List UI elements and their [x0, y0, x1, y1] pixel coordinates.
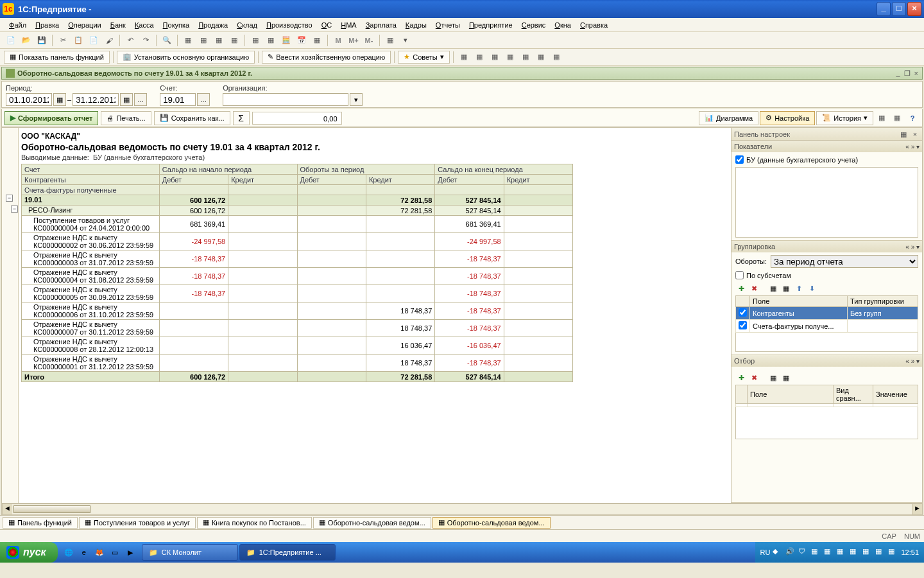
table-row[interactable]: Отражение НДС к вычету КС000000007 от 30…	[22, 320, 573, 337]
grouping-row[interactable]: Счета-фактуры получе...	[736, 320, 918, 333]
form-report-button[interactable]: ▶Сформировать отчет	[4, 111, 98, 125]
doc-restore-button[interactable]: ❐	[904, 69, 911, 78]
save-icon[interactable]: 💾	[35, 34, 49, 47]
table-row[interactable]: РЕСО-Лизинг600 126,7272 281,58527 845,14	[22, 206, 573, 216]
tray-icon[interactable]: ▦	[850, 547, 860, 557]
grp-up-icon[interactable]: ⬆	[793, 283, 805, 294]
tb-icon-8[interactable]: ▦	[383, 34, 397, 47]
account-input[interactable]	[160, 93, 196, 106]
tb-icon-5[interactable]: ▦	[248, 34, 262, 47]
tb2-icon-7[interactable]: ▦	[549, 51, 563, 64]
menu-окна[interactable]: Окна	[551, 20, 575, 30]
clock[interactable]: 12:51	[901, 548, 919, 556]
minimize-button[interactable]: _	[877, 2, 891, 16]
grp-down-icon[interactable]: ⬇	[806, 283, 817, 294]
date-to-input[interactable]	[73, 93, 119, 106]
grp-delete-icon[interactable]: ✖	[748, 283, 760, 294]
actionbar-icon-1[interactable]: ▦	[875, 112, 889, 125]
menu-касса[interactable]: Касса	[131, 20, 158, 30]
tray-icon[interactable]: ▦	[837, 547, 847, 557]
menu-отчеты[interactable]: Отчеты	[432, 20, 464, 30]
tb-icon-4[interactable]: ▦	[227, 34, 241, 47]
tb2-icon-1[interactable]: ▦	[457, 51, 471, 64]
brush-icon[interactable]: 🖌	[102, 34, 116, 47]
menu-зарплата[interactable]: Зарплата	[362, 20, 400, 30]
table-row[interactable]: Отражение НДС к вычету КС000000001 от 31…	[22, 355, 573, 372]
table-row[interactable]: Отражение НДС к вычету КС000000005 от 30…	[22, 285, 573, 302]
window-tab[interactable]: ▦Книга покупок по Постанов...	[197, 517, 312, 529]
settings-button[interactable]: ⚙Настройка	[760, 111, 815, 125]
menu-ос[interactable]: ОС	[318, 20, 336, 30]
menu-предприятие[interactable]: Предприятие	[465, 20, 517, 30]
m-icon[interactable]: M	[331, 34, 345, 47]
tray-icon[interactable]: ▦	[862, 547, 873, 557]
window-tab[interactable]: ▦Оборотно-сальдовая ведом...	[313, 517, 431, 529]
start-button[interactable]: пуск	[0, 542, 58, 563]
table-row[interactable]: Отражение НДС к вычету КС000000004 от 31…	[22, 268, 573, 285]
paste-icon[interactable]: 📄	[87, 34, 101, 47]
tray-icon[interactable]: 🛡	[798, 547, 809, 557]
redo-icon[interactable]: ↷	[139, 34, 153, 47]
date-from-picker-icon[interactable]: ▦	[53, 93, 66, 106]
tree-collapse-1[interactable]: −	[6, 195, 13, 202]
menu-операции[interactable]: Операции	[64, 20, 105, 30]
tb-icon-2[interactable]: ▦	[196, 34, 210, 47]
flt-nav[interactable]: « » ▾	[905, 358, 920, 365]
tray-icon[interactable]: 🔊	[785, 547, 796, 557]
tb-icon-1[interactable]: ▦	[181, 34, 195, 47]
tb2-icon-6[interactable]: ▦	[534, 51, 548, 64]
panel-close-icon[interactable]: ×	[911, 130, 920, 139]
tray-icon[interactable]: ▦	[811, 547, 821, 557]
print-button[interactable]: 🖨Печать...	[101, 111, 151, 125]
actionbar-icon-2[interactable]: ▦	[890, 112, 904, 125]
menu-банк[interactable]: Банк	[107, 20, 130, 30]
org-input[interactable]	[223, 93, 348, 106]
table-row[interactable]: Отражение НДС к вычету КС000000008 от 28…	[22, 337, 573, 355]
flt-add-icon[interactable]: ✚	[735, 372, 747, 383]
help-icon[interactable]: ?	[905, 112, 920, 125]
copy-icon[interactable]: 📋	[71, 34, 85, 47]
tray-icon[interactable]: ◆	[773, 547, 783, 557]
tb2-icon-4[interactable]: ▦	[503, 51, 517, 64]
calc-icon[interactable]: 🧮	[279, 34, 293, 47]
tb-icon-6[interactable]: ▦	[264, 34, 278, 47]
hscroll-bar[interactable]: ◄ ►	[1, 504, 923, 515]
doc-close-button[interactable]: ×	[914, 69, 918, 78]
find-icon[interactable]: 🔍	[160, 34, 174, 47]
diagram-button[interactable]: 📊Диаграмма	[699, 111, 758, 125]
close-button[interactable]: ×	[907, 2, 921, 16]
menu-справка[interactable]: Справка	[576, 20, 612, 30]
menu-сервис[interactable]: Сервис	[518, 20, 550, 30]
tb-icon-3[interactable]: ▦	[212, 34, 226, 47]
maximize-button[interactable]: □	[892, 2, 906, 16]
date-to-picker-icon[interactable]: ▦	[120, 93, 133, 106]
tray-icon[interactable]: ▦	[888, 547, 898, 557]
ql-firefox-icon[interactable]: 🦊	[92, 545, 107, 559]
table-row[interactable]: Отражение НДС к вычету КС000000002 от 30…	[22, 233, 573, 250]
tray-icon[interactable]: ▦	[824, 547, 834, 557]
menu-файл[interactable]: Файл	[5, 20, 30, 30]
enter-op-button[interactable]: ✎Ввести хозяйственную операцию	[262, 51, 391, 64]
ql-ie-icon[interactable]: e	[77, 545, 91, 559]
menu-производство[interactable]: Производство	[262, 20, 316, 30]
undo-icon[interactable]: ↶	[123, 34, 137, 47]
set-org-button[interactable]: 🏢Установить основную организацию	[117, 51, 255, 64]
table-row[interactable]: Поступление товаров и услуг КС000000004 …	[22, 216, 573, 233]
flt-icon-2[interactable]: ▦	[780, 372, 792, 383]
grp-add-icon[interactable]: ✚	[735, 283, 747, 294]
mminus-icon[interactable]: M-	[362, 34, 376, 47]
taskbar-button[interactable]: 📁СК Монолит	[142, 544, 238, 561]
by-subaccounts-checkbox[interactable]: По субсчетам	[735, 270, 918, 280]
tb-icon-9[interactable]: ▾	[398, 34, 413, 47]
tb2-icon-3[interactable]: ▦	[488, 51, 502, 64]
taskbar-button[interactable]: 📁1С:Предприятие ...	[239, 544, 336, 561]
window-tab[interactable]: ▦Поступления товаров и услуг	[79, 517, 196, 529]
window-tab[interactable]: ▦Оборотно-сальдовая ведом...	[432, 517, 551, 529]
tb2-icon-5[interactable]: ▦	[518, 51, 533, 64]
flt-icon-1[interactable]: ▦	[767, 372, 779, 383]
tips-button[interactable]: ★Советы▾	[398, 51, 449, 64]
ql-chrome-icon[interactable]: 🌐	[62, 545, 76, 559]
account-ellipsis-button[interactable]: ...	[197, 93, 210, 106]
tb2-icon-2[interactable]: ▦	[472, 51, 486, 64]
org-dropdown-button[interactable]: ▾	[350, 93, 363, 106]
